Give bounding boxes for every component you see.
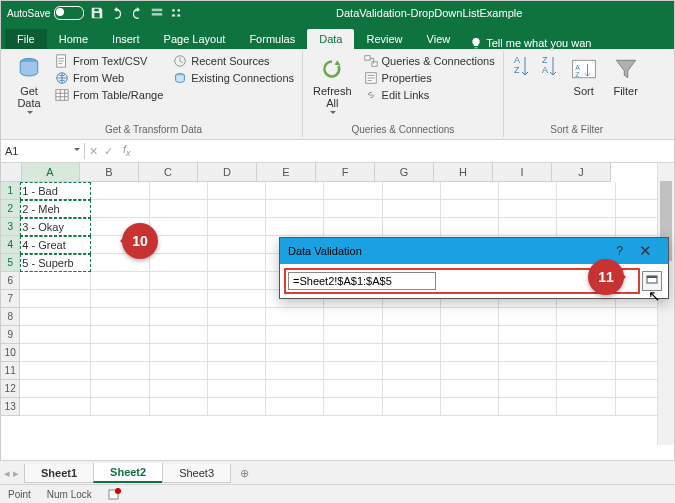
tab-file[interactable]: File: [5, 29, 47, 49]
cell[interactable]: [383, 344, 441, 362]
tell-me-search[interactable]: Tell me what you wan: [470, 37, 591, 49]
cell[interactable]: [266, 218, 324, 236]
cell[interactable]: 1 - Bad: [20, 182, 91, 200]
cell[interactable]: [266, 326, 324, 344]
name-box[interactable]: A1: [1, 143, 85, 159]
validation-source-input[interactable]: [288, 272, 436, 290]
sheet-tab-3[interactable]: Sheet3: [162, 464, 231, 483]
vertical-scrollbar[interactable]: [657, 163, 674, 445]
cell[interactable]: [91, 326, 149, 344]
cell[interactable]: [208, 200, 266, 218]
row-header-11[interactable]: 11: [1, 362, 20, 380]
cell[interactable]: [20, 272, 91, 290]
cell[interactable]: [557, 326, 615, 344]
cell[interactable]: [441, 200, 499, 218]
from-web-button[interactable]: From Web: [53, 70, 165, 86]
worksheet-grid[interactable]: A B C D E F G H I J 11 - Bad22 - Meh33 -…: [1, 163, 674, 445]
row-header-4[interactable]: 4: [1, 236, 20, 254]
cell[interactable]: [499, 218, 557, 236]
row-header-7[interactable]: 7: [1, 290, 20, 308]
cell[interactable]: [557, 308, 615, 326]
col-header-b[interactable]: B: [80, 163, 139, 182]
cell[interactable]: [150, 254, 208, 272]
cell[interactable]: [91, 272, 149, 290]
cell[interactable]: [383, 362, 441, 380]
cell[interactable]: [557, 200, 615, 218]
cell[interactable]: [150, 308, 208, 326]
cell[interactable]: [383, 200, 441, 218]
cell[interactable]: [383, 380, 441, 398]
sort-button[interactable]: AZ Sort: [566, 53, 602, 99]
cell[interactable]: [266, 380, 324, 398]
cell[interactable]: [499, 200, 557, 218]
col-header-a[interactable]: A: [21, 163, 80, 182]
cell[interactable]: [266, 182, 324, 200]
cell[interactable]: [441, 308, 499, 326]
sort-za-button[interactable]: ZA: [538, 53, 560, 99]
cell[interactable]: [499, 362, 557, 380]
cell[interactable]: [499, 308, 557, 326]
cell[interactable]: [208, 182, 266, 200]
cell[interactable]: [499, 380, 557, 398]
cell[interactable]: [150, 326, 208, 344]
cell[interactable]: [266, 362, 324, 380]
cell[interactable]: [324, 362, 382, 380]
col-header-c[interactable]: C: [139, 163, 198, 182]
cell[interactable]: [20, 326, 91, 344]
tab-formulas[interactable]: Formulas: [237, 29, 307, 49]
enter-formula-icon[interactable]: ✓: [104, 145, 113, 158]
sheet-tab-2[interactable]: Sheet2: [93, 463, 163, 483]
cell[interactable]: [324, 218, 382, 236]
cell[interactable]: [499, 326, 557, 344]
cell[interactable]: [208, 398, 266, 416]
cell[interactable]: [383, 398, 441, 416]
col-header-j[interactable]: J: [552, 163, 611, 182]
cell[interactable]: [150, 290, 208, 308]
col-header-e[interactable]: E: [257, 163, 316, 182]
cell[interactable]: [499, 398, 557, 416]
row-header-3[interactable]: 3: [1, 218, 20, 236]
tab-pagelayout[interactable]: Page Layout: [152, 29, 238, 49]
cell[interactable]: [324, 308, 382, 326]
macro-record-icon[interactable]: [108, 487, 122, 501]
recent-sources-button[interactable]: Recent Sources: [171, 53, 296, 69]
cell[interactable]: [91, 380, 149, 398]
select-all-corner[interactable]: [1, 163, 22, 182]
cell[interactable]: [91, 200, 149, 218]
get-data-button[interactable]: Get Data: [11, 53, 47, 119]
cell[interactable]: [557, 398, 615, 416]
cell[interactable]: 4 - Great: [20, 236, 91, 254]
cell[interactable]: [208, 380, 266, 398]
cell[interactable]: [383, 308, 441, 326]
sheet-nav-buttons[interactable]: ◂ ▸: [4, 467, 19, 480]
cell[interactable]: [266, 308, 324, 326]
cell[interactable]: 2 - Meh: [20, 200, 91, 218]
cell[interactable]: [208, 326, 266, 344]
cell[interactable]: [324, 200, 382, 218]
cell[interactable]: [208, 344, 266, 362]
cell[interactable]: [20, 380, 91, 398]
cell[interactable]: [208, 362, 266, 380]
cell[interactable]: [208, 254, 266, 272]
cell[interactable]: [441, 182, 499, 200]
cell[interactable]: [91, 362, 149, 380]
cell[interactable]: [324, 326, 382, 344]
cell[interactable]: [91, 344, 149, 362]
cell[interactable]: [557, 218, 615, 236]
expand-dialog-button[interactable]: [642, 271, 662, 291]
cell[interactable]: [441, 362, 499, 380]
col-header-i[interactable]: I: [493, 163, 552, 182]
cell[interactable]: [441, 398, 499, 416]
cell[interactable]: [557, 344, 615, 362]
tab-view[interactable]: View: [415, 29, 463, 49]
properties-button[interactable]: Properties: [362, 70, 497, 86]
undo-icon[interactable]: [110, 6, 124, 20]
cell[interactable]: [499, 344, 557, 362]
cell[interactable]: [441, 218, 499, 236]
cell[interactable]: [150, 200, 208, 218]
row-header-8[interactable]: 8: [1, 308, 20, 326]
row-header-6[interactable]: 6: [1, 272, 20, 290]
col-header-f[interactable]: F: [316, 163, 375, 182]
quick-access-icon-2[interactable]: [170, 6, 184, 20]
insert-function-button[interactable]: fx: [117, 143, 137, 158]
